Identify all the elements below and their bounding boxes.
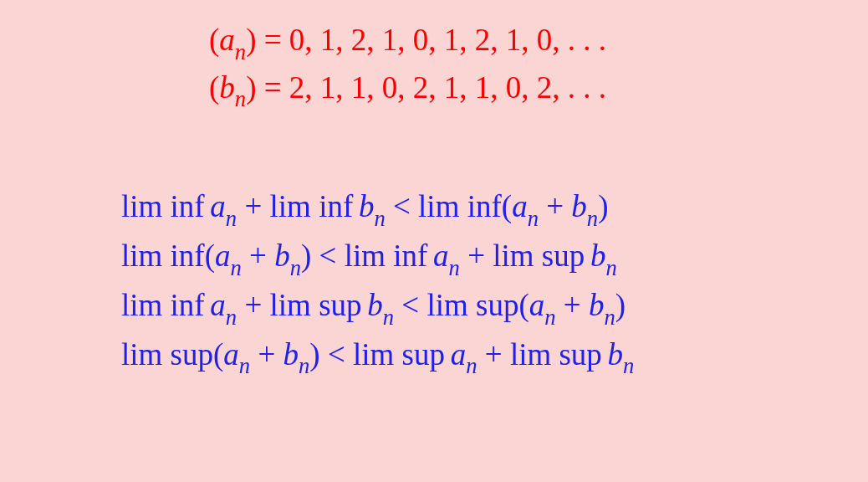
- paren-open: (: [209, 23, 219, 57]
- sequence-a: (an) = 0, 1, 2, 1, 0, 1, 2, 1, 0, . . .: [209, 18, 818, 66]
- var-a: a: [512, 189, 528, 223]
- sequence-a-values: 0, 1, 2, 1, 0, 1, 2, 1, 0, . . .: [289, 23, 606, 57]
- var-b: b: [367, 288, 383, 322]
- liminf-op: lim inf: [121, 238, 205, 273]
- var-a: a: [210, 189, 226, 223]
- limsup-op: lim sup: [493, 238, 585, 273]
- inequality-4: lim sup(an + bn) < lim supan + lim supbn: [121, 332, 818, 382]
- plus-op: +: [460, 238, 493, 273]
- paren-open: (: [205, 238, 215, 273]
- inequality-1: lim infan + lim infbn < lim inf(an + bn): [121, 184, 818, 233]
- plus-op: +: [477, 337, 510, 372]
- sub-n: n: [528, 206, 539, 231]
- sub-n: n: [544, 305, 555, 330]
- liminf-op: lim inf: [345, 238, 428, 273]
- paren-open: (: [518, 288, 528, 322]
- liminf-op: lim inf: [121, 189, 205, 223]
- sequences-block: (an) = 0, 1, 2, 1, 0, 1, 2, 1, 0, . . . …: [209, 18, 818, 113]
- limsup-op: lim sup: [121, 337, 213, 372]
- paren-close: ): [615, 288, 625, 322]
- paren-close: ): [309, 337, 319, 372]
- equals: =: [256, 70, 288, 105]
- var-a: a: [223, 337, 239, 372]
- paren-open: (: [213, 337, 223, 372]
- var-b: b: [359, 189, 375, 223]
- sub-n: n: [623, 353, 634, 378]
- lt-op: <: [320, 337, 353, 372]
- paren-open: (: [209, 70, 219, 105]
- plus-op: +: [539, 189, 571, 223]
- paren-close: ): [246, 23, 256, 57]
- var-b: b: [274, 238, 290, 273]
- sub-n: n: [383, 305, 394, 330]
- var-a: a: [215, 238, 231, 273]
- sub-n: n: [235, 39, 246, 64]
- sub-n: n: [290, 255, 301, 280]
- sub-n: n: [604, 305, 615, 330]
- var-b: b: [571, 189, 587, 223]
- sequence-b-values: 2, 1, 1, 0, 2, 1, 1, 0, 2, . . .: [289, 70, 606, 105]
- plus-op: +: [237, 288, 269, 322]
- sub-n: n: [374, 206, 385, 231]
- sub-n: n: [299, 353, 309, 378]
- var-b: b: [283, 337, 299, 372]
- limsup-op: lim sup: [353, 337, 445, 372]
- inequality-2: lim inf(an + bn) < lim infan + lim supbn: [121, 233, 818, 283]
- var-a: a: [433, 238, 449, 273]
- sub-n: n: [605, 255, 616, 280]
- liminf-op: lim inf: [270, 189, 354, 223]
- plus-op: +: [237, 189, 269, 223]
- plus-op: +: [556, 288, 589, 322]
- var-a: a: [219, 23, 235, 57]
- inequality-3: lim infan + lim supbn < lim sup(an + bn): [121, 283, 818, 332]
- lt-op: <: [311, 238, 344, 273]
- lt-op: <: [385, 189, 418, 223]
- limsup-op: lim sup: [510, 337, 602, 372]
- plus-op: +: [242, 238, 274, 273]
- liminf-op: lim inf: [418, 189, 502, 223]
- plus-op: +: [250, 337, 283, 372]
- var-b: b: [590, 238, 606, 273]
- sub-n: n: [587, 206, 598, 231]
- var-a: a: [529, 288, 545, 322]
- lt-op: <: [394, 288, 426, 322]
- sub-n: n: [235, 86, 246, 111]
- liminf-op: lim inf: [121, 288, 205, 322]
- var-a: a: [451, 337, 467, 372]
- limsup-op: lim sup: [426, 288, 518, 322]
- sub-n: n: [466, 353, 477, 378]
- sequence-b: (bn) = 2, 1, 1, 0, 2, 1, 1, 0, 2, . . .: [209, 66, 818, 114]
- var-a: a: [210, 288, 226, 322]
- sub-n: n: [226, 305, 237, 330]
- paren-close: ): [246, 70, 256, 105]
- sub-n: n: [231, 255, 242, 280]
- sub-n: n: [226, 206, 237, 231]
- inequalities-block: lim infan + lim infbn < lim inf(an + bn)…: [121, 184, 818, 381]
- limsup-op: lim sup: [270, 288, 362, 322]
- paren-close: ): [598, 189, 608, 223]
- sub-n: n: [239, 353, 250, 378]
- paren-close: ): [301, 238, 311, 273]
- equals: =: [256, 23, 288, 57]
- var-b: b: [608, 337, 624, 372]
- var-b: b: [589, 288, 605, 322]
- var-b: b: [219, 70, 235, 105]
- paren-open: (: [502, 189, 512, 223]
- sub-n: n: [449, 255, 460, 280]
